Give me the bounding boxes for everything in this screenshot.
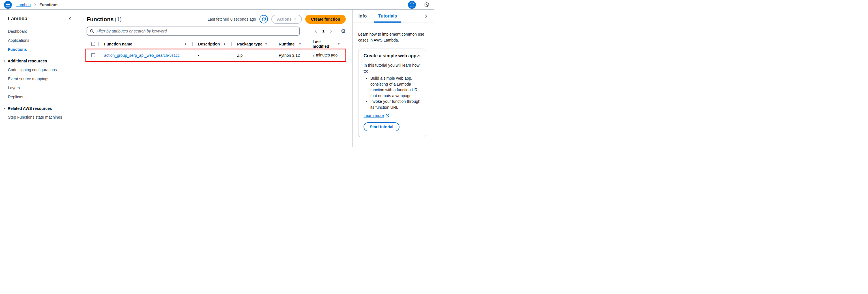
sidebar-item-layers[interactable]: Layers [8, 85, 72, 90]
row-checkbox[interactable] [91, 53, 95, 57]
function-name-link[interactable]: action_group_serp_api_web_search-5z1cc [104, 53, 180, 58]
last-fetched-text: Last fetched 0 seconds ago [208, 17, 256, 22]
last-modified-value[interactable]: 7 minutes ago [313, 53, 338, 58]
hamburger-bar [6, 4, 10, 5]
sidebar-item-applications[interactable]: Applications [8, 38, 72, 43]
actions-caret-icon: ▼ [294, 18, 296, 21]
gear-icon[interactable]: ⚙ [341, 29, 346, 34]
aws-lambda-console: Lambda Functions i Lambda [0, 0, 434, 147]
info-icon[interactable]: i [408, 1, 416, 9]
sort-caret-icon[interactable]: ▼ [265, 43, 267, 45]
toolbar-divider [337, 28, 337, 34]
panel-description: Learn how to implement common use cases … [358, 31, 426, 43]
cell-description: - [192, 49, 231, 62]
tutorial-bullet-list: Build a simple web app, consisting of a … [364, 75, 421, 110]
cell-function-name: action_group_serp_api_web_search-5z1cc [98, 49, 192, 62]
column-header-description[interactable]: Description ▼ [192, 39, 231, 48]
last-fetched-value[interactable]: 0 seconds ago [230, 17, 256, 22]
sort-caret-icon[interactable]: ▼ [338, 43, 340, 45]
column-header-function-name[interactable]: Function name ▼ [98, 39, 192, 48]
current-page[interactable]: 1 [322, 29, 324, 33]
breadcrumb-lambda-link[interactable]: Lambda [17, 3, 31, 7]
sidebar-item-replicas[interactable]: Replicas [8, 95, 72, 100]
tutorial-card: Create a simple web app In this tutorial… [358, 48, 426, 137]
refresh-button[interactable] [259, 15, 268, 24]
panel-collapse-icon[interactable] [424, 14, 428, 18]
functions-table: Function name ▼ Description ▼ Package ty… [87, 39, 346, 62]
cell-runtime: Python 3.12 [273, 49, 307, 62]
filter-search-box[interactable] [87, 27, 300, 36]
prev-page-icon[interactable] [314, 29, 318, 33]
column-header-last-modified[interactable]: Last modified ▼ [307, 39, 346, 48]
hamburger-bar [6, 3, 10, 4]
sidebar-collapse-icon[interactable] [68, 17, 72, 21]
start-tutorial-button[interactable]: Start tutorial [364, 122, 400, 131]
column-header-package-type[interactable]: Package type ▼ [231, 39, 273, 48]
info-glyph: i [410, 3, 414, 7]
tutorial-intro: In this tutorial you will learn how to: [364, 63, 421, 74]
cloudshell-icon[interactable] [424, 2, 430, 7]
search-input[interactable] [96, 29, 297, 33]
sort-caret-icon[interactable]: ▼ [223, 43, 226, 45]
breadcrumb-current: Functions [40, 3, 59, 7]
sidebar-item-code-signing[interactable]: Code signing configurations [8, 68, 72, 72]
cell-last-modified: 7 minutes ago [307, 49, 346, 62]
card-collapse-chevron-icon[interactable] [417, 54, 421, 58]
hamburger-bar [6, 6, 10, 7]
section-toggle[interactable]: ▼ Related AWS resources [3, 106, 72, 111]
sidebar-item-dashboard[interactable]: Dashboard [8, 29, 72, 34]
sidebar-nav-list: Dashboard Applications Functions [8, 29, 72, 52]
top-navigation-bar: Lambda Functions i [0, 0, 434, 10]
next-page-icon[interactable] [329, 29, 333, 33]
learn-more-link[interactable]: Learn more [364, 113, 389, 118]
row-select-cell [87, 53, 98, 57]
sort-caret-icon[interactable]: ▼ [299, 43, 301, 45]
create-function-button[interactable]: Create function [305, 15, 346, 24]
table-header: Function name ▼ Description ▼ Package ty… [87, 39, 346, 49]
breadcrumb: Lambda Functions [17, 3, 58, 7]
sidebar-item-event-source-mappings[interactable]: Event source mappings [8, 77, 72, 81]
section-toggle[interactable]: ▼ Additional resources [3, 59, 72, 63]
sidebar-section-related-aws-resources: ▼ Related AWS resources Step Functions s… [8, 106, 72, 120]
external-link-icon [385, 114, 389, 117]
select-all-cell [87, 42, 98, 46]
tab-info[interactable]: Info [352, 10, 373, 23]
select-all-checkbox[interactable] [91, 42, 95, 46]
sidebar-section-additional-resources: ▼ Additional resources Code signing conf… [8, 59, 72, 100]
panel-tabs: Info Tutorials [352, 10, 434, 23]
search-icon [90, 29, 94, 33]
sidebar-title: Lambda [8, 16, 27, 22]
table-row: action_group_serp_api_web_search-5z1cc -… [87, 49, 346, 62]
hamburger-menu-icon[interactable] [4, 1, 12, 9]
section-caret-icon: ▼ [3, 60, 5, 63]
sidebar-item-functions[interactable]: Functions [8, 47, 72, 52]
tab-tutorials[interactable]: Tutorials [373, 10, 402, 23]
tutorial-bullet: Build a simple web app, consisting of a … [370, 75, 421, 99]
functions-main-area: Functions(1) Last fetched 0 seconds ago [80, 10, 352, 147]
tutorial-bullet: Invoke your function through its functio… [370, 99, 421, 110]
actions-button[interactable]: Actions ▼ [271, 15, 302, 24]
tutorial-card-title: Create a simple web app [364, 53, 416, 59]
sidebar-item-step-functions[interactable]: Step Functions state machines [8, 115, 72, 120]
functions-count: (1) [115, 16, 122, 22]
help-panel: Info Tutorials Learn how to implement co… [352, 10, 434, 147]
cell-package-type: Zip [231, 49, 273, 62]
page-title: Functions(1) [87, 16, 122, 23]
column-header-runtime[interactable]: Runtime ▼ [273, 39, 307, 48]
side-navigation: Lambda Dashboard Applications Functions … [0, 10, 80, 147]
sort-caret-icon[interactable]: ▼ [184, 43, 187, 45]
topbar-divider [420, 2, 420, 8]
breadcrumb-chevron-icon [34, 3, 37, 6]
section-caret-icon: ▼ [3, 107, 5, 110]
pagination: 1 [314, 29, 333, 33]
